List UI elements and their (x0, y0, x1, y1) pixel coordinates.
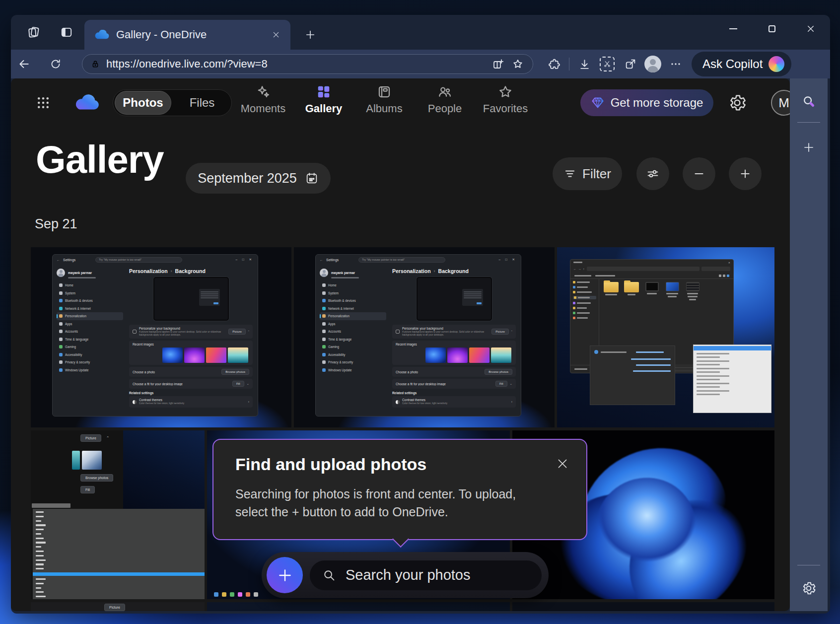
month-filter-button[interactable]: September 2025 (186, 163, 331, 194)
url-text: https://onedrive.live.com/?view=8 (106, 58, 488, 70)
photo-settings-searchbox: Try "My mouse pointer is too small" (95, 257, 182, 263)
star-icon (498, 84, 513, 99)
extensions-icon[interactable] (544, 54, 564, 74)
account-avatar[interactable]: M (771, 90, 790, 116)
window-controls (714, 15, 830, 43)
add-plus-icon (277, 567, 293, 584)
photo-account-name: mayank parmar (68, 271, 92, 275)
photo-account: mayank parmar (57, 267, 123, 278)
nav-gallery[interactable]: Gallery (301, 84, 347, 115)
tooltip-title: Find and upload photos (235, 455, 566, 474)
browser-window: Gallery - OneDrive (11, 15, 830, 614)
albums-icon (377, 84, 392, 99)
photo-account-avatar (57, 269, 65, 277)
address-bar[interactable]: https://onedrive.live.com/?view=8 (82, 54, 533, 74)
filter-button[interactable]: Filter (553, 157, 622, 190)
onedrive-page: Photos Files Moments Gallery (11, 78, 790, 611)
copilot-icon (769, 56, 784, 72)
photo-filetype-dropdown (693, 345, 771, 413)
photo-thumbnail-partial-1[interactable]: Picture (31, 602, 205, 611)
calendar-icon (305, 171, 319, 185)
photo-settings-title: Settings (326, 258, 339, 262)
sparkle-icon (256, 84, 271, 99)
photo-settings-desktop: ← Settings Try "My mouse pointer is too … (31, 247, 291, 427)
maximize-button[interactable] (753, 15, 791, 43)
lock-icon (90, 59, 100, 69)
minus-icon (693, 167, 705, 180)
more-menu-icon[interactable] (666, 54, 686, 74)
screenshot-icon[interactable] (597, 54, 617, 74)
photo-settings-sidebar: mayank parmar Home System Bluetooth & de… (316, 265, 389, 416)
photo-back-icon: ← (320, 258, 323, 262)
photo-settings-window: ← Settings Try "My mouse pointer is too … (52, 254, 258, 416)
tooltip-close-icon[interactable] (553, 454, 572, 474)
nav-albums[interactable]: Albums (361, 84, 407, 115)
workspaces-icon[interactable] (24, 22, 44, 42)
onedrive-favicon (94, 30, 109, 40)
page-title: Gallery (36, 137, 164, 182)
downloads-icon[interactable] (574, 54, 594, 74)
diamond-icon (591, 96, 605, 110)
app-launcher-icon[interactable] (33, 92, 54, 113)
sidebar-search-icon[interactable] (797, 89, 821, 113)
photo-thumbnail-settings-crop[interactable]: Picture⌃ Browse photos Fill (31, 430, 205, 599)
onedrive-settings-gear-icon[interactable] (727, 93, 747, 113)
photo-search-bar: Search your photos (262, 552, 549, 598)
nav-people[interactable]: People (422, 84, 468, 115)
photo-taskbar (214, 592, 258, 597)
sidebar-settings-gear-icon[interactable] (797, 576, 821, 600)
back-icon[interactable] (14, 54, 34, 74)
photo-thumbnail-partial-2[interactable] (207, 602, 510, 611)
split-screen-icon[interactable] (488, 54, 508, 74)
photo-settings-window: ← Settings Try "My mouse pointer is too … (315, 254, 521, 416)
photo-settings-titlebar: ← Settings Try "My mouse pointer is too … (53, 255, 258, 265)
search-placeholder: Search your photos (346, 567, 470, 583)
zoom-out-button[interactable] (683, 157, 715, 190)
new-tab-button[interactable] (301, 26, 319, 44)
photo-thumbnail-partial-3[interactable] (512, 602, 774, 611)
photo-account-name: mayank parmar (331, 271, 355, 275)
sidebar-add-icon[interactable] (797, 136, 821, 159)
browser-tab[interactable]: Gallery - OneDrive (84, 20, 290, 50)
minimize-button[interactable] (714, 15, 753, 43)
onedrive-header: Photos Files Moments Gallery (11, 78, 790, 127)
plus-icon (739, 167, 752, 180)
photo-thumbnail-explorer[interactable]: ✕ ← → ↑ (557, 247, 774, 427)
tab-close-icon[interactable] (269, 27, 283, 42)
photo-settings-sidebar: mayank parmar Home System Bluetooth & de… (53, 265, 126, 416)
photo-account: mayank parmar (320, 267, 386, 278)
close-button[interactable] (791, 15, 830, 43)
onedrive-nav: Moments Gallery Albums (240, 84, 528, 115)
get-more-storage-button[interactable]: Get more storage (580, 89, 713, 116)
nav-moments[interactable]: Moments (240, 84, 286, 115)
toggle-files[interactable]: Files (174, 91, 230, 115)
photo-settings-titlebar: ← Settings Try "My mouse pointer is too … (316, 255, 521, 265)
windows-desktop: Gallery - OneDrive (0, 0, 840, 624)
favorite-star-icon[interactable] (508, 54, 528, 74)
photo-window-controls: – □ ✕ (235, 258, 254, 262)
photo-preview-monitor (153, 277, 229, 321)
search-input[interactable]: Search your photos (310, 560, 542, 590)
photo-thumbnail-settings-2[interactable]: ← Settings Try "My mouse pointer is too … (294, 247, 555, 427)
photo-contrast-icon (133, 400, 137, 404)
add-photos-button[interactable] (267, 557, 303, 593)
photo-settings-desktop: ← Settings Try "My mouse pointer is too … (294, 247, 555, 427)
tab-actions-icon[interactable] (57, 22, 76, 42)
profile-icon[interactable] (643, 54, 663, 74)
photo-widgets-panel (590, 346, 675, 405)
ask-copilot-button[interactable]: Ask Copilot (692, 52, 791, 76)
refresh-icon[interactable] (46, 54, 66, 74)
browser-toolbar: https://onedrive.live.com/?view=8 (11, 50, 830, 78)
toggle-photos[interactable]: Photos (115, 91, 171, 115)
zoom-in-button[interactable] (729, 157, 762, 190)
photo-back-icon: ← (57, 258, 60, 262)
tab-title: Gallery - OneDrive (116, 28, 269, 41)
nav-favorites[interactable]: Favorites (483, 84, 528, 115)
photo-thumbnail-settings-1[interactable]: ← Settings Try "My mouse pointer is too … (31, 247, 291, 427)
photo-breadcrumb: Personalization › Background (392, 268, 516, 274)
onedrive-logo[interactable] (74, 91, 99, 114)
view-options-button[interactable] (636, 157, 669, 190)
share-icon[interactable] (620, 54, 640, 74)
photo-filetype-list (33, 509, 205, 599)
filter-icon (563, 167, 576, 180)
